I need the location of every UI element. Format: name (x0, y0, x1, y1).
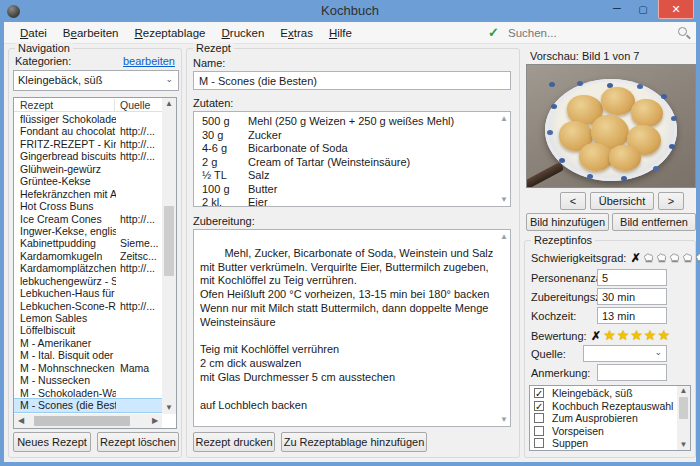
previous-image-button[interactable]: < (560, 192, 586, 210)
category-checklist[interactable]: ✓Kleingebäck, süß✓Kochbuch Rezeptauswahl… (529, 385, 691, 451)
checklist-item[interactable]: ✓Kochbuch Rezeptauswahl (530, 400, 677, 413)
checklist-scrollbar[interactable]: ▲ ▼ (677, 386, 690, 450)
table-row[interactable]: flüssiger Schokoladenkuch... (14, 113, 162, 125)
checklist-scroll-thumb[interactable] (679, 397, 688, 419)
table-row[interactable]: lebkuchengewürz - Spekul... (14, 275, 162, 287)
delete-recipe-button[interactable]: Rezept löschen (97, 432, 179, 452)
table-row[interactable]: Ice Cream Coneshttp://... (14, 213, 162, 225)
table-row[interactable]: Hot Cross Buns (14, 200, 162, 212)
cook-time-field[interactable]: 13 min (597, 307, 667, 324)
scroll-up-icon[interactable]: ▲ (677, 386, 690, 396)
difficulty-clear-icon[interactable]: ✗ (631, 251, 641, 265)
add-image-button[interactable]: Bild hinzufügen (526, 213, 609, 231)
table-row[interactable]: M - Scones (die Besten) (14, 399, 162, 411)
prep-time-field[interactable]: 30 min (597, 288, 667, 305)
category-dropdown[interactable]: Kleingebäck, süß ⌄ (13, 70, 179, 91)
close-button[interactable]: ✕ (658, 0, 694, 19)
table-row[interactable]: Glühwein-gewürz (14, 163, 162, 175)
menu-item-datei[interactable]: Datei (12, 24, 55, 42)
table-row[interactable]: Ingwer-Kekse, englisch (14, 225, 162, 237)
chef-hat-icon[interactable] (656, 252, 668, 264)
overview-button[interactable]: Übersicht (590, 192, 654, 210)
search-icon[interactable] (678, 27, 687, 36)
table-row[interactable]: M - Schokoladen-Walnuss-... (14, 387, 162, 399)
checkbox-unchecked-icon[interactable] (534, 426, 544, 436)
recipe-row-name: Glühwein-gewürz (20, 163, 116, 175)
menu-item-hilfe[interactable]: Hilfe (321, 24, 360, 42)
chef-hat-icon[interactable] (643, 252, 655, 264)
table-row[interactable]: Kardamomplätzchenhttp://... (14, 262, 162, 274)
checkbox-unchecked-icon[interactable] (534, 413, 544, 423)
menu-item-bearbeiten[interactable]: Bearbeiten (55, 24, 127, 42)
scroll-down-icon[interactable]: ▼ (162, 403, 176, 413)
table-row[interactable]: Hefekränzchen mit Anis un... (14, 188, 162, 200)
table-row[interactable]: KardamomkugelnZeitsc... (14, 250, 162, 262)
hscroll-thumb[interactable] (34, 416, 130, 426)
preparation-scroll-down-icon[interactable]: ▼ (500, 415, 508, 424)
checkbox-checked-icon[interactable]: ✓ (534, 401, 544, 411)
scroll-up-icon[interactable]: ▲ (162, 99, 176, 109)
title-bar[interactable]: Kochbuch – ▢ ✕ (0, 0, 700, 22)
preparation-scroll-up-icon[interactable]: ▲ (500, 232, 508, 241)
table-row[interactable]: FRITZ-REZEPT - Kinder...http://... (14, 138, 162, 150)
ingredients-scroll-up-icon[interactable]: ▲ (500, 114, 508, 123)
scroll-down-icon[interactable]: ▼ (677, 440, 690, 450)
ingredients-box[interactable]: 500 gMehl (250 g Weizen + 250 g weißes M… (193, 111, 511, 207)
scroll-left-icon[interactable]: ◀ (14, 416, 28, 426)
checklist-item[interactable]: Hauptgerichte (530, 450, 677, 452)
table-row[interactable]: M - Amerikaner (14, 337, 162, 349)
table-row[interactable]: Lemon Sables (14, 312, 162, 324)
column-header-source[interactable]: Quelle (120, 99, 150, 111)
checkbox-unchecked-icon[interactable] (534, 451, 544, 452)
chef-hat-icon[interactable] (682, 252, 694, 264)
maximize-button[interactable]: ▢ (630, 0, 656, 20)
table-row[interactable]: Löffelbiscuit (14, 324, 162, 336)
preview-image[interactable] (526, 64, 696, 188)
checklist-item[interactable]: Vorspeisen (530, 425, 677, 438)
print-recipe-button[interactable]: Rezept drucken (193, 432, 275, 452)
recipe-list[interactable]: Rezept Quelle flüssiger Schokoladenkuch.… (13, 97, 177, 429)
table-row[interactable]: Lebkuchen-Scone-Rezepthttp://... (14, 300, 162, 312)
menu-item-drucken[interactable]: Drucken (213, 24, 272, 42)
checklist-item[interactable]: Suppen (530, 437, 677, 450)
table-row[interactable]: M - Ital. Bisquit oder Mand... (14, 349, 162, 361)
recipe-list-header[interactable]: Rezept Quelle (14, 98, 162, 112)
recipe-list-hscrollbar[interactable]: ◀ ▶ (14, 414, 162, 428)
persons-field[interactable]: 5 (597, 269, 667, 286)
table-row[interactable]: Fondant au chocolat (Scho...http://... (14, 125, 162, 137)
table-row[interactable]: KabinettpuddingSieme... (14, 237, 162, 249)
next-image-button[interactable]: > (658, 192, 684, 210)
remove-image-button[interactable]: Bild entfernen (612, 213, 696, 231)
checklist-item[interactable]: ✓Kleingebäck, süß (530, 387, 677, 400)
table-row[interactable]: M - MohnschneckenMama (14, 362, 162, 374)
menu-item-extras[interactable]: Extras (272, 24, 321, 42)
checklist-item[interactable]: Zum Ausprobieren (530, 412, 677, 425)
note-field[interactable] (597, 364, 667, 381)
table-row[interactable]: Gingerbread biscuitshttp://... (14, 150, 162, 162)
recipe-list-vscrollbar[interactable]: ▲ ▼ (162, 98, 176, 414)
chef-hat-icon[interactable] (695, 252, 700, 264)
checkbox-checked-icon[interactable]: ✓ (534, 388, 544, 398)
difficulty-hat-icons[interactable] (643, 248, 700, 265)
menu-item-rezeptablage[interactable]: Rezeptablage (127, 24, 214, 42)
add-to-tray-button[interactable]: Zu Rezeptablage hinzufügen (281, 432, 427, 452)
chef-hat-icon[interactable] (669, 252, 681, 264)
checkbox-unchecked-icon[interactable] (534, 438, 544, 448)
recipe-name-field[interactable]: M - Scones (die Besten) (193, 71, 511, 90)
table-row[interactable]: Lebkuchen-Haus für Kaffe... (14, 287, 162, 299)
edit-categories-link[interactable]: bearbeiten (123, 55, 175, 67)
rating-clear-icon[interactable]: ✗ (591, 329, 601, 343)
column-header-recipe[interactable]: Rezept (20, 99, 53, 111)
vscroll-thumb[interactable] (164, 206, 174, 276)
preparation-box[interactable]: Mehl, Zucker, Bicarbonate of Soda, Weins… (193, 229, 511, 427)
search-input[interactable] (508, 24, 666, 41)
ingredient-qty: 100 g (202, 183, 248, 197)
minimize-button[interactable]: – (604, 0, 630, 20)
scroll-right-icon[interactable]: ▶ (148, 416, 162, 426)
table-row[interactable]: Grüntee-Kekse (14, 175, 162, 187)
rating-star-icons[interactable]: ★★★★★ (603, 327, 671, 343)
ingredients-scroll-down-icon[interactable]: ▼ (500, 195, 508, 204)
new-recipe-button[interactable]: Neues Rezept (13, 432, 91, 452)
source-dropdown[interactable]: ⌄ (583, 345, 667, 362)
table-row[interactable]: M - Nussecken (14, 374, 162, 386)
